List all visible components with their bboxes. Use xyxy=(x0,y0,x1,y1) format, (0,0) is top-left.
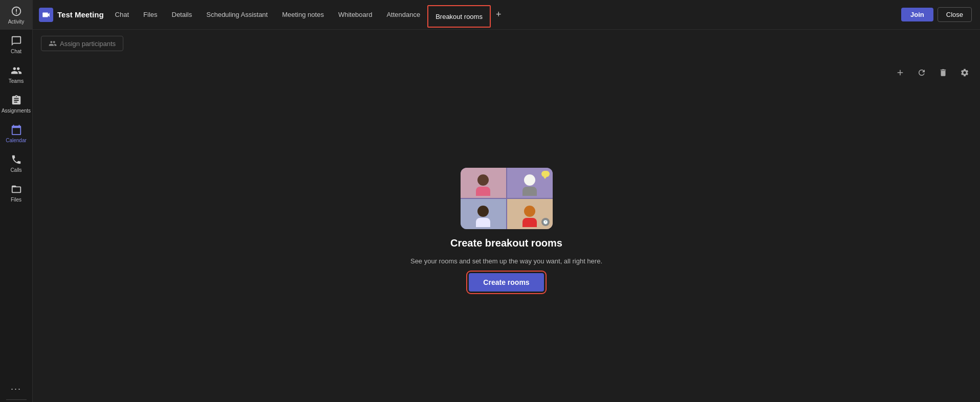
calls-icon xyxy=(10,153,23,166)
avatar-1-body xyxy=(476,187,490,196)
tab-bar: Chat Files Details Scheduling Assistant … xyxy=(108,0,507,29)
avatar-3-head xyxy=(477,206,489,217)
sidebar-item-teams-label: Teams xyxy=(9,78,24,84)
avatar-3 xyxy=(476,199,490,229)
meeting-icon xyxy=(39,8,53,22)
avatar-4-body xyxy=(522,218,537,227)
close-button[interactable]: Close xyxy=(938,7,972,22)
add-room-button[interactable] xyxy=(893,65,907,80)
assignments-icon xyxy=(10,94,23,106)
sidebar-item-chat-label: Chat xyxy=(11,49,21,54)
sidebar-item-activity[interactable]: Activity xyxy=(0,0,32,30)
chat-icon xyxy=(10,35,23,47)
sidebar-divider xyxy=(6,399,27,400)
avatar-3-body xyxy=(476,218,490,227)
sidebar-item-calls[interactable]: Calls xyxy=(0,148,32,178)
avatar-4-head xyxy=(524,206,535,217)
breakout-rooms-empty-state: 🕐 Create breakout rooms See your rooms a… xyxy=(33,57,980,402)
main-area: Test Meeting Chat Files Details Scheduli… xyxy=(33,0,980,402)
tab-attendance[interactable]: Attendance xyxy=(379,0,427,30)
create-breakout-subtitle: See your rooms and set them up the way y… xyxy=(410,257,602,265)
sidebar: Activity Chat Teams Assignments xyxy=(0,0,33,402)
avatar-cell-3 xyxy=(461,199,506,229)
sidebar-more-button[interactable]: ... xyxy=(0,376,32,397)
delete-icon xyxy=(939,68,948,77)
files-icon xyxy=(10,183,23,195)
tab-files[interactable]: Files xyxy=(136,0,164,30)
tab-whiteboard[interactable]: Whiteboard xyxy=(331,0,379,30)
sidebar-item-calendar[interactable]: Calendar xyxy=(0,119,32,148)
settings-button[interactable] xyxy=(957,65,972,80)
header-right: Join Close xyxy=(901,7,980,22)
meeting-title: Test Meeting xyxy=(57,10,104,19)
avatar-2-body xyxy=(522,187,537,196)
refresh-icon xyxy=(917,68,926,77)
right-toolbar xyxy=(893,65,972,80)
avatar-cell-1 xyxy=(461,168,506,198)
sidebar-item-calendar-label: Calendar xyxy=(6,138,27,143)
activity-icon xyxy=(10,5,23,17)
sidebar-item-files[interactable]: Files xyxy=(0,178,32,208)
avatar-1 xyxy=(476,168,490,198)
assign-participants-label: Assign participants xyxy=(60,40,116,48)
tab-notes[interactable]: Meeting notes xyxy=(275,0,331,30)
assign-participants-icon xyxy=(49,39,57,48)
sidebar-item-assignments-label: Assignments xyxy=(2,108,31,114)
calendar-icon xyxy=(10,124,23,136)
toolbar: Assign participants xyxy=(33,30,980,57)
speech-bubble-icon xyxy=(541,171,550,177)
sidebar-item-activity-label: Activity xyxy=(8,19,25,25)
create-breakout-title: Create breakout rooms xyxy=(450,237,562,249)
tab-details[interactable]: Details xyxy=(165,0,200,30)
avatar-cell-4: 🕐 xyxy=(507,199,553,229)
add-icon xyxy=(896,68,905,77)
avatar-4 xyxy=(522,199,537,229)
tab-add-button[interactable]: + xyxy=(491,0,507,30)
refresh-button[interactable] xyxy=(914,65,929,80)
sidebar-item-files-label: Files xyxy=(11,197,21,203)
sidebar-item-assignments[interactable]: Assignments xyxy=(0,89,32,119)
tab-scheduling[interactable]: Scheduling Assistant xyxy=(199,0,275,30)
breakout-illustration: 🕐 xyxy=(461,168,553,229)
avatar-2 xyxy=(522,168,537,198)
delete-button[interactable] xyxy=(936,65,950,80)
tab-chat[interactable]: Chat xyxy=(108,0,136,30)
sidebar-item-chat[interactable]: Chat xyxy=(0,30,32,59)
assign-participants-button[interactable]: Assign participants xyxy=(41,36,123,51)
sidebar-item-teams[interactable]: Teams xyxy=(0,59,32,89)
header: Test Meeting Chat Files Details Scheduli… xyxy=(33,0,980,30)
settings-icon xyxy=(960,68,969,77)
header-left: Test Meeting xyxy=(33,8,108,22)
teams-icon xyxy=(10,64,23,77)
content-area: Assign participants xyxy=(33,30,980,402)
clock-badge-icon: 🕐 xyxy=(541,218,550,226)
tab-breakout-rooms[interactable]: Breakout rooms xyxy=(427,5,491,28)
avatar-2-head xyxy=(524,174,535,186)
avatar-1-head xyxy=(477,174,489,186)
avatar-cell-2 xyxy=(507,168,553,198)
join-button[interactable]: Join xyxy=(901,8,933,21)
create-rooms-button[interactable]: Create rooms xyxy=(469,273,543,292)
sidebar-item-calls-label: Calls xyxy=(10,167,21,173)
